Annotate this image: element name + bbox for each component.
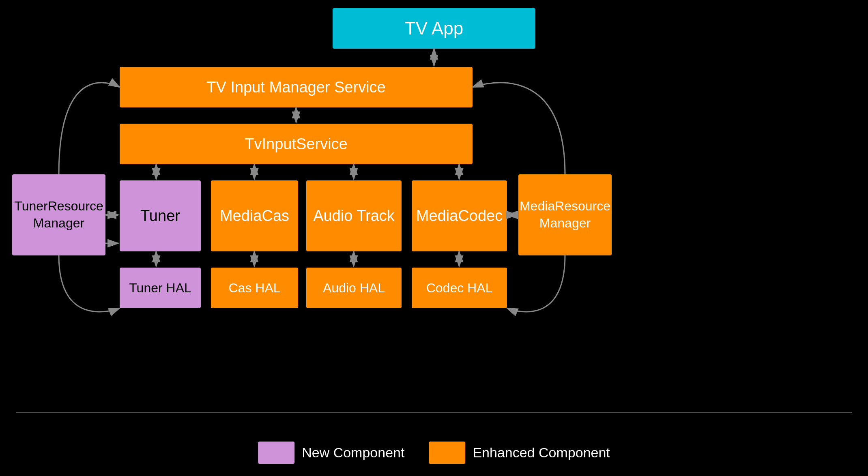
audio-hal-box: Audio HAL: [306, 268, 402, 308]
tv-input-manager-box: TV Input Manager Service: [120, 67, 473, 107]
tuner-box: Tuner: [120, 180, 201, 251]
diagram: TV App TV Input Manager Service TvInputS…: [0, 0, 868, 476]
audio-track-box: Audio Track: [306, 180, 402, 251]
legend-new-component: New Component: [258, 442, 404, 464]
codec-hal-box: Codec HAL: [412, 268, 507, 308]
legend-enhanced-component-box: [429, 442, 465, 464]
legend-new-component-box: [258, 442, 294, 464]
legend-enhanced-component-label: Enhanced Component: [473, 445, 610, 461]
media-resource-manager-box: MediaResource Manager: [518, 174, 612, 255]
media-cas-box: MediaCas: [211, 180, 298, 251]
tv-input-service-box: TvInputService: [120, 124, 473, 164]
tuner-resource-manager-box: TunerResource Manager: [12, 174, 105, 255]
tuner-hal-box: Tuner HAL: [120, 268, 201, 308]
legend-divider: [16, 412, 852, 413]
media-codec-box: MediaCodec: [412, 180, 507, 251]
legend-enhanced-component: Enhanced Component: [429, 442, 610, 464]
cas-hal-box: Cas HAL: [211, 268, 298, 308]
tv-app-box: TV App: [333, 8, 535, 49]
legend-new-component-label: New Component: [302, 445, 404, 461]
legend: New Component Enhanced Component: [258, 442, 610, 464]
